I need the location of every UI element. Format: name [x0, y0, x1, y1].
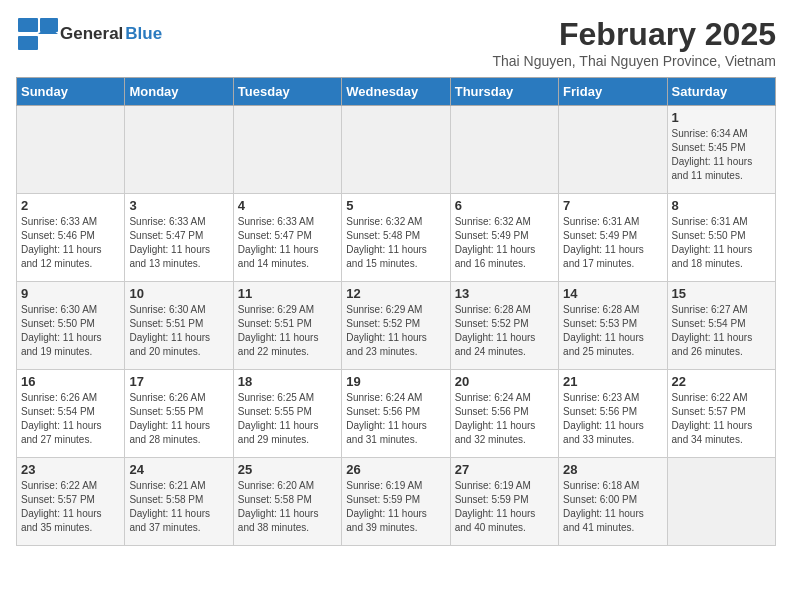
day-number: 14: [563, 286, 662, 301]
calendar-cell: 4Sunrise: 6:33 AM Sunset: 5:47 PM Daylig…: [233, 194, 341, 282]
calendar-cell: 21Sunrise: 6:23 AM Sunset: 5:56 PM Dayli…: [559, 370, 667, 458]
calendar-cell: 8Sunrise: 6:31 AM Sunset: 5:50 PM Daylig…: [667, 194, 775, 282]
calendar-cell: [559, 106, 667, 194]
page-header: General Blue February 2025 Thai Nguyen, …: [16, 16, 776, 69]
calendar-cell: [450, 106, 558, 194]
day-number: 20: [455, 374, 554, 389]
day-info: Sunrise: 6:24 AM Sunset: 5:56 PM Dayligh…: [455, 391, 554, 447]
day-info: Sunrise: 6:29 AM Sunset: 5:52 PM Dayligh…: [346, 303, 445, 359]
day-info: Sunrise: 6:24 AM Sunset: 5:56 PM Dayligh…: [346, 391, 445, 447]
calendar-cell: 5Sunrise: 6:32 AM Sunset: 5:48 PM Daylig…: [342, 194, 450, 282]
calendar-week-row: 1Sunrise: 6:34 AM Sunset: 5:45 PM Daylig…: [17, 106, 776, 194]
day-info: Sunrise: 6:20 AM Sunset: 5:58 PM Dayligh…: [238, 479, 337, 535]
day-info: Sunrise: 6:32 AM Sunset: 5:49 PM Dayligh…: [455, 215, 554, 271]
day-info: Sunrise: 6:27 AM Sunset: 5:54 PM Dayligh…: [672, 303, 771, 359]
day-number: 17: [129, 374, 228, 389]
day-number: 9: [21, 286, 120, 301]
weekday-header-saturday: Saturday: [667, 78, 775, 106]
calendar-cell: 11Sunrise: 6:29 AM Sunset: 5:51 PM Dayli…: [233, 282, 341, 370]
logo-icon: [16, 16, 60, 52]
calendar-cell: [342, 106, 450, 194]
weekday-header-wednesday: Wednesday: [342, 78, 450, 106]
svg-rect-4: [18, 36, 38, 50]
weekday-header-monday: Monday: [125, 78, 233, 106]
location-subtitle: Thai Nguyen, Thai Nguyen Province, Vietn…: [492, 53, 776, 69]
calendar-cell: 20Sunrise: 6:24 AM Sunset: 5:56 PM Dayli…: [450, 370, 558, 458]
day-number: 24: [129, 462, 228, 477]
weekday-header-thursday: Thursday: [450, 78, 558, 106]
calendar-table: SundayMondayTuesdayWednesdayThursdayFrid…: [16, 77, 776, 546]
day-info: Sunrise: 6:33 AM Sunset: 5:47 PM Dayligh…: [238, 215, 337, 271]
calendar-cell: 10Sunrise: 6:30 AM Sunset: 5:51 PM Dayli…: [125, 282, 233, 370]
calendar-cell: 24Sunrise: 6:21 AM Sunset: 5:58 PM Dayli…: [125, 458, 233, 546]
calendar-cell: [17, 106, 125, 194]
day-number: 16: [21, 374, 120, 389]
calendar-cell: 7Sunrise: 6:31 AM Sunset: 5:49 PM Daylig…: [559, 194, 667, 282]
calendar-cell: 16Sunrise: 6:26 AM Sunset: 5:54 PM Dayli…: [17, 370, 125, 458]
calendar-cell: 2Sunrise: 6:33 AM Sunset: 5:46 PM Daylig…: [17, 194, 125, 282]
day-info: Sunrise: 6:19 AM Sunset: 5:59 PM Dayligh…: [346, 479, 445, 535]
day-info: Sunrise: 6:19 AM Sunset: 5:59 PM Dayligh…: [455, 479, 554, 535]
day-number: 23: [21, 462, 120, 477]
calendar-cell: [667, 458, 775, 546]
day-number: 6: [455, 198, 554, 213]
day-info: Sunrise: 6:31 AM Sunset: 5:50 PM Dayligh…: [672, 215, 771, 271]
day-info: Sunrise: 6:33 AM Sunset: 5:47 PM Dayligh…: [129, 215, 228, 271]
day-number: 3: [129, 198, 228, 213]
day-number: 22: [672, 374, 771, 389]
day-info: Sunrise: 6:22 AM Sunset: 5:57 PM Dayligh…: [672, 391, 771, 447]
day-number: 19: [346, 374, 445, 389]
calendar-week-row: 9Sunrise: 6:30 AM Sunset: 5:50 PM Daylig…: [17, 282, 776, 370]
day-info: Sunrise: 6:22 AM Sunset: 5:57 PM Dayligh…: [21, 479, 120, 535]
svg-rect-1: [18, 18, 38, 32]
day-number: 12: [346, 286, 445, 301]
calendar-week-row: 16Sunrise: 6:26 AM Sunset: 5:54 PM Dayli…: [17, 370, 776, 458]
day-info: Sunrise: 6:30 AM Sunset: 5:51 PM Dayligh…: [129, 303, 228, 359]
day-number: 7: [563, 198, 662, 213]
day-number: 4: [238, 198, 337, 213]
day-info: Sunrise: 6:21 AM Sunset: 5:58 PM Dayligh…: [129, 479, 228, 535]
day-number: 1: [672, 110, 771, 125]
day-number: 21: [563, 374, 662, 389]
calendar-cell: 3Sunrise: 6:33 AM Sunset: 5:47 PM Daylig…: [125, 194, 233, 282]
calendar-cell: 12Sunrise: 6:29 AM Sunset: 5:52 PM Dayli…: [342, 282, 450, 370]
weekday-header-row: SundayMondayTuesdayWednesdayThursdayFrid…: [17, 78, 776, 106]
day-info: Sunrise: 6:28 AM Sunset: 5:53 PM Dayligh…: [563, 303, 662, 359]
calendar-cell: [125, 106, 233, 194]
logo-blue-text: Blue: [125, 25, 162, 44]
day-number: 25: [238, 462, 337, 477]
day-info: Sunrise: 6:32 AM Sunset: 5:48 PM Dayligh…: [346, 215, 445, 271]
day-number: 10: [129, 286, 228, 301]
calendar-cell: 1Sunrise: 6:34 AM Sunset: 5:45 PM Daylig…: [667, 106, 775, 194]
calendar-cell: 15Sunrise: 6:27 AM Sunset: 5:54 PM Dayli…: [667, 282, 775, 370]
calendar-cell: 19Sunrise: 6:24 AM Sunset: 5:56 PM Dayli…: [342, 370, 450, 458]
calendar-cell: 28Sunrise: 6:18 AM Sunset: 6:00 PM Dayli…: [559, 458, 667, 546]
day-info: Sunrise: 6:29 AM Sunset: 5:51 PM Dayligh…: [238, 303, 337, 359]
day-info: Sunrise: 6:18 AM Sunset: 6:00 PM Dayligh…: [563, 479, 662, 535]
calendar-cell: 13Sunrise: 6:28 AM Sunset: 5:52 PM Dayli…: [450, 282, 558, 370]
calendar-cell: 6Sunrise: 6:32 AM Sunset: 5:49 PM Daylig…: [450, 194, 558, 282]
logo-general-text: General: [60, 25, 123, 44]
calendar-cell: 18Sunrise: 6:25 AM Sunset: 5:55 PM Dayli…: [233, 370, 341, 458]
title-block: February 2025 Thai Nguyen, Thai Nguyen P…: [492, 16, 776, 69]
day-number: 28: [563, 462, 662, 477]
calendar-cell: 22Sunrise: 6:22 AM Sunset: 5:57 PM Dayli…: [667, 370, 775, 458]
day-info: Sunrise: 6:33 AM Sunset: 5:46 PM Dayligh…: [21, 215, 120, 271]
logo: General Blue: [16, 16, 162, 52]
day-info: Sunrise: 6:34 AM Sunset: 5:45 PM Dayligh…: [672, 127, 771, 183]
day-info: Sunrise: 6:23 AM Sunset: 5:56 PM Dayligh…: [563, 391, 662, 447]
day-info: Sunrise: 6:28 AM Sunset: 5:52 PM Dayligh…: [455, 303, 554, 359]
day-number: 11: [238, 286, 337, 301]
day-number: 15: [672, 286, 771, 301]
day-number: 18: [238, 374, 337, 389]
month-title: February 2025: [492, 16, 776, 53]
day-info: Sunrise: 6:25 AM Sunset: 5:55 PM Dayligh…: [238, 391, 337, 447]
calendar-cell: 27Sunrise: 6:19 AM Sunset: 5:59 PM Dayli…: [450, 458, 558, 546]
calendar-cell: 25Sunrise: 6:20 AM Sunset: 5:58 PM Dayli…: [233, 458, 341, 546]
weekday-header-sunday: Sunday: [17, 78, 125, 106]
day-number: 2: [21, 198, 120, 213]
day-number: 5: [346, 198, 445, 213]
calendar-cell: [233, 106, 341, 194]
day-info: Sunrise: 6:26 AM Sunset: 5:54 PM Dayligh…: [21, 391, 120, 447]
calendar-week-row: 2Sunrise: 6:33 AM Sunset: 5:46 PM Daylig…: [17, 194, 776, 282]
